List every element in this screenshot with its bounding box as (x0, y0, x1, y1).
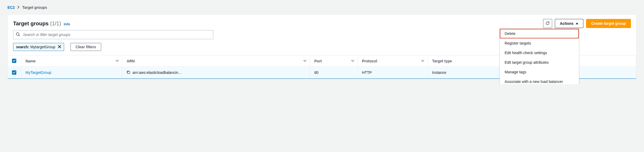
actions-dropdown: Delete Register targets Edit health chec… (500, 29, 579, 84)
breadcrumb: EC2 Target groups (7, 5, 637, 10)
target-groups-panel: Target groups (1/1) Info Actions Create … (7, 14, 637, 79)
clear-filters-button[interactable]: Clear filters (70, 43, 101, 51)
page-title: Target groups (1/1) (13, 21, 61, 27)
column-protocol-label: Protocol (362, 59, 377, 63)
row-checkbox[interactable] (12, 70, 16, 75)
info-link[interactable]: Info (64, 22, 70, 26)
menu-associate-new-lb[interactable]: Associate with a new load balancer (500, 77, 579, 84)
close-icon[interactable] (58, 45, 61, 49)
search-input[interactable] (13, 30, 213, 39)
menu-delete[interactable]: Delete (500, 29, 579, 38)
column-protocol[interactable]: Protocol (358, 55, 428, 67)
filter-chip-value: MytargetGroup (30, 45, 55, 49)
row-name-link[interactable]: MyTargetGroup (21, 67, 122, 79)
column-target-type[interactable]: Target type (428, 55, 512, 67)
column-target-type-label: Target type (432, 59, 452, 63)
menu-edit-health-check[interactable]: Edit health check settings (500, 48, 579, 58)
search-icon (16, 32, 20, 37)
column-arn-label: ARN (127, 59, 135, 63)
breadcrumb-current: Target groups (22, 5, 47, 10)
filter-icon (421, 59, 424, 63)
caret-up-icon (576, 23, 578, 24)
menu-manage-tags[interactable]: Manage tags (500, 67, 579, 77)
row-arn-text: arn:aws:elasticloadbalancin… (132, 70, 182, 75)
search-box (13, 30, 213, 39)
refresh-icon (545, 21, 550, 26)
row-target-type: Instance (428, 67, 512, 79)
column-name[interactable]: Name (21, 55, 122, 67)
filter-icon (351, 59, 354, 63)
filter-icon (303, 59, 307, 63)
filter-icon (116, 59, 119, 63)
actions-button[interactable]: Actions (555, 19, 583, 28)
title-text: Target groups (13, 21, 49, 26)
column-port[interactable]: Port (310, 55, 358, 67)
row-port: 80 (310, 67, 358, 79)
title-count: (1/1) (50, 21, 61, 26)
select-all-checkbox[interactable] (12, 59, 16, 63)
column-port-label: Port (314, 59, 322, 63)
column-name-label: Name (26, 59, 36, 63)
breadcrumb-root[interactable]: EC2 (7, 5, 15, 10)
column-checkbox (8, 55, 21, 67)
row-protocol: HTTP (358, 67, 428, 79)
filter-chip-label: search: (16, 45, 29, 49)
filter-chip[interactable]: search: MytargetGroup (13, 43, 64, 51)
actions-label: Actions (560, 21, 574, 26)
copy-icon[interactable] (127, 70, 130, 75)
chevron-right-icon (17, 5, 19, 10)
menu-edit-attributes[interactable]: Edit target group attributes (500, 58, 579, 67)
svg-rect-1 (128, 71, 130, 74)
column-arn[interactable]: ARN (122, 55, 310, 67)
create-target-group-button[interactable]: Create target group (586, 19, 631, 28)
menu-register-targets[interactable]: Register targets (500, 38, 579, 48)
refresh-button[interactable] (543, 19, 552, 28)
